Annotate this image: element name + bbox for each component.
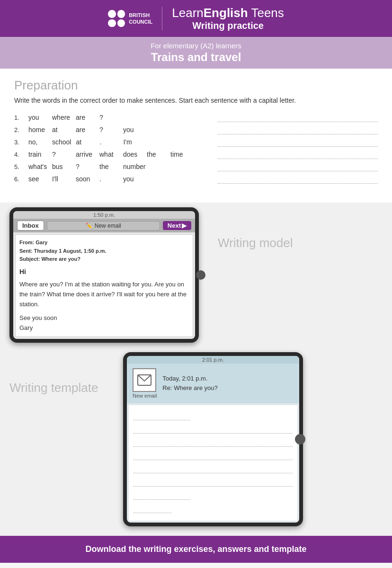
word: what bbox=[99, 151, 118, 158]
answer-line bbox=[218, 113, 378, 122]
word: what's bbox=[28, 163, 47, 170]
writing-practice-title: Writing practice bbox=[172, 20, 284, 31]
word: at bbox=[76, 138, 95, 146]
bottom-section: Writing template 2:01 p.m. bbox=[0, 347, 392, 536]
british-council-logo: BRITISH COUNCIL bbox=[108, 10, 152, 27]
word: ? bbox=[76, 163, 95, 170]
email-date: Today, 2:01 p.m. bbox=[162, 374, 217, 384]
template-line-short-2 bbox=[134, 503, 171, 513]
word: . bbox=[99, 175, 118, 183]
writing-template-section: Writing template bbox=[9, 352, 114, 395]
word: school bbox=[52, 138, 71, 146]
template-lines bbox=[129, 405, 297, 521]
sentence-number: 4. bbox=[14, 151, 28, 158]
email-info-right: Today, 2:01 p.m. Re: Where are you? bbox=[162, 374, 217, 394]
answer-line bbox=[218, 137, 378, 147]
instruction-text: Write the words in the correct order to … bbox=[14, 97, 378, 104]
word: time bbox=[170, 151, 189, 158]
footer-text: Download the writing exercises, answers … bbox=[9, 544, 383, 554]
email-body-text: Where are you? I'm at the station waitin… bbox=[19, 280, 189, 309]
ipad-template-wrapper: 2:01 p.m. New email Today, bbox=[123, 352, 303, 526]
nav-bar: Inbox ✏️ New email Next ▶ bbox=[13, 219, 195, 232]
word: does bbox=[123, 151, 142, 158]
word: at bbox=[52, 126, 71, 133]
word: are bbox=[76, 114, 95, 121]
home-button-2[interactable] bbox=[295, 434, 305, 444]
word: . bbox=[99, 138, 118, 146]
word: home bbox=[28, 126, 47, 133]
writing-model-section: Writing model bbox=[208, 207, 383, 250]
email-meta: From: Gary Sent: Thursday 1 August, 1:50… bbox=[19, 239, 189, 264]
level-label: For elementary (A2) learners bbox=[9, 42, 383, 50]
word: you bbox=[123, 126, 142, 133]
sentence-row: 3. no, school at . I'm bbox=[14, 137, 378, 147]
sentence-words: see I'll soon . you bbox=[28, 175, 208, 183]
word: number bbox=[123, 163, 145, 170]
ipad-model: 1:50 p.m. Inbox ✏️ New email Next ▶ bbox=[9, 207, 199, 343]
email-top: New email Today, 2:01 p.m. Re: Where are… bbox=[127, 364, 299, 403]
word: soon bbox=[76, 175, 95, 183]
word: the bbox=[147, 151, 166, 158]
email-icon bbox=[137, 374, 151, 386]
brand-name: LearnEnglish Teens bbox=[172, 6, 284, 20]
header-right: LearnEnglish Teens Writing practice bbox=[172, 6, 284, 31]
devices-section: 1:50 p.m. Inbox ✏️ New email Next ▶ bbox=[0, 203, 392, 347]
next-button[interactable]: Next ▶ bbox=[163, 221, 191, 230]
word: the bbox=[99, 163, 118, 170]
inbox-button[interactable]: Inbox bbox=[17, 221, 44, 231]
answer-line bbox=[218, 174, 378, 184]
ipad-screen: 1:50 p.m. Inbox ✏️ New email Next ▶ bbox=[13, 211, 195, 339]
sentence-words: no, school at . I'm bbox=[28, 138, 208, 146]
word: I'm bbox=[123, 138, 142, 146]
ipad-template-screen: 2:01 p.m. New email Today, bbox=[127, 356, 299, 523]
sentence-number: 2. bbox=[14, 126, 28, 133]
email-content: From: Gary Sent: Thursday 1 August, 1:50… bbox=[15, 234, 193, 337]
next-arrow-icon: ▶ bbox=[182, 222, 187, 229]
sentence-number: 5. bbox=[14, 163, 28, 170]
template-line-long bbox=[134, 476, 293, 487]
email-body: Hi Where are you? I'm at the station wai… bbox=[19, 266, 189, 333]
sentence-row: 4. train ? arrive what does the time bbox=[14, 150, 378, 159]
footer: Download the writing exercises, answers … bbox=[0, 536, 392, 563]
template-line-long bbox=[134, 450, 293, 460]
new-email-label: New email bbox=[133, 393, 157, 399]
word: ? bbox=[52, 151, 71, 158]
email-re-line: Re: Where are you? bbox=[162, 383, 217, 393]
preparation-title: Preparation bbox=[14, 78, 378, 93]
template-line-short bbox=[134, 489, 190, 500]
ipad-template: 2:01 p.m. New email Today, bbox=[123, 352, 303, 526]
compose-icon: ✏️ bbox=[86, 222, 93, 229]
word: you bbox=[28, 114, 47, 121]
email-icon-box bbox=[133, 368, 156, 392]
sentence-words: home at are ? you bbox=[28, 126, 208, 133]
email-signoff: See you soon bbox=[19, 313, 189, 323]
template-line-long bbox=[134, 423, 293, 434]
template-line-short bbox=[134, 410, 190, 420]
sentence-number: 3. bbox=[14, 139, 28, 146]
writing-template-label: Writing template bbox=[9, 381, 98, 395]
compose-button[interactable]: ✏️ New email bbox=[47, 221, 160, 231]
sentences-table: 1. you where are ? 2. home at are ? you … bbox=[14, 113, 378, 184]
answer-line bbox=[218, 150, 378, 159]
sentence-words: train ? arrive what does the time bbox=[28, 151, 208, 158]
word: are bbox=[76, 126, 95, 133]
sentence-row: 2. home at are ? you bbox=[14, 125, 378, 134]
sentence-number: 1. bbox=[14, 114, 28, 121]
template-status-bar: 2:01 p.m. bbox=[127, 356, 299, 364]
sentence-row: 5. what's bus ? the number bbox=[14, 162, 378, 171]
header: BRITISH COUNCIL LearnEnglish Teens Writi… bbox=[0, 0, 392, 37]
word: where bbox=[52, 114, 71, 121]
topic-bar: For elementary (A2) learners Trains and … bbox=[0, 37, 392, 69]
word: ? bbox=[99, 126, 118, 133]
home-button[interactable] bbox=[196, 270, 205, 280]
status-bar: 1:50 p.m. bbox=[13, 211, 195, 219]
template-line-long bbox=[134, 463, 293, 473]
sentence-row: 1. you where are ? bbox=[14, 113, 378, 122]
word: I'll bbox=[52, 175, 71, 183]
word: bus bbox=[52, 163, 71, 170]
answer-line bbox=[218, 162, 378, 171]
header-divider bbox=[162, 7, 162, 30]
sentence-words: what's bus ? the number bbox=[28, 163, 208, 170]
answer-line bbox=[218, 125, 378, 134]
email-greeting: Hi bbox=[19, 266, 189, 277]
